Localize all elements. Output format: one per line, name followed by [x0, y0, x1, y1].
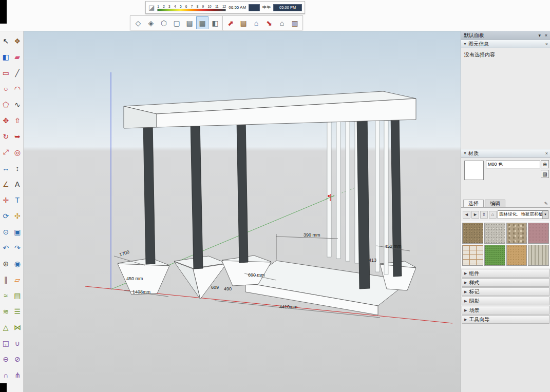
tray-close-icon[interactable]: × — [545, 33, 547, 38]
tool-make-component-icon[interactable]: ❖ — [12, 35, 23, 46]
tool-text-icon[interactable]: A — [12, 179, 23, 189]
section-2-标记[interactable]: ▶标记 — [462, 287, 549, 296]
tool-axes-icon[interactable]: ✛ — [1, 194, 11, 205]
entity-info-header[interactable]: ▼ 图元信息 × — [461, 40, 550, 48]
back-icon[interactable]: ◄ — [463, 211, 470, 219]
tool-from-contours-icon[interactable]: ☰ — [12, 306, 23, 317]
tool-smoove-icon[interactable]: ≈ — [1, 290, 11, 301]
time-slider-track-pm[interactable]: 05:00 PM — [273, 4, 302, 11]
collapse-arrow-icon: ▶ — [464, 318, 467, 322]
entity-info-close-icon[interactable]: × — [545, 42, 548, 47]
tool-3d-text-icon[interactable]: T — [12, 194, 23, 205]
tool-rotate-icon[interactable]: ↻ — [1, 131, 11, 142]
tool-dimension-icon[interactable]: ↕ — [12, 163, 23, 173]
section-3-阴影[interactable]: ▶阴影 — [462, 297, 549, 305]
tab-选择[interactable]: 选择 — [463, 200, 484, 207]
tool-union-icon[interactable]: ∪ — [12, 338, 23, 348]
swatch-grass-green[interactable] — [484, 245, 505, 266]
month-tick: 11 — [215, 5, 219, 8]
tool-eraser-icon[interactable]: ▰ — [12, 51, 23, 62]
section-4-场景[interactable]: ▶场景 — [462, 306, 549, 315]
section-0-组件[interactable]: ▶组件 — [462, 269, 549, 278]
swatch-gravel-brown[interactable] — [462, 223, 483, 244]
tool-offset-icon[interactable]: ◎ — [12, 147, 23, 158]
create-material-icon[interactable]: ⊕ — [541, 160, 549, 168]
in-model-icon[interactable]: ⌂ — [489, 211, 497, 219]
tool-push-pull-icon[interactable]: ⇧ — [12, 115, 23, 126]
tool-follow-me-icon[interactable]: ➥ — [12, 131, 23, 142]
tool-scale-icon[interactable]: ⤢ — [1, 147, 11, 158]
tool-protractor-icon[interactable]: ∠ — [1, 179, 11, 189]
3d-warehouse-icon[interactable]: ⌂ — [250, 16, 262, 29]
date-gradient-bar[interactable] — [157, 9, 226, 11]
wireframe-icon[interactable]: ⬡ — [158, 16, 170, 29]
x-ray-icon[interactable]: ◇ — [132, 16, 144, 29]
tool-drape-icon[interactable]: ≋ — [1, 306, 11, 317]
tool-position-camera-icon[interactable]: ⊕ — [1, 258, 11, 269]
share-model-icon[interactable]: ⬈ — [224, 16, 237, 29]
swatch-brick-light[interactable] — [462, 245, 483, 266]
get-models-icon[interactable]: ⬊ — [263, 16, 275, 29]
category-dropdown[interactable]: 园林绿化、地被层和植被 ▼ — [498, 210, 548, 219]
tool-add-detail-icon[interactable]: △ — [1, 322, 11, 332]
swatch-sand-tan[interactable] — [506, 245, 527, 266]
swatch-pebbles[interactable] — [506, 223, 527, 244]
eyedropper-icon[interactable]: ✎ — [544, 201, 548, 207]
component-browser-icon[interactable]: ▥ — [289, 16, 301, 29]
tool-circle-icon[interactable]: ○ — [1, 83, 11, 94]
tool-section-plane-icon[interactable]: ▱ — [12, 274, 23, 285]
tab-编辑[interactable]: 编辑 — [485, 200, 505, 207]
collapse-arrow-icon: ▶ — [464, 281, 467, 285]
expand-arrow-icon: ▼ — [463, 151, 467, 155]
parent-category-icon[interactable]: ⇧ — [480, 211, 488, 219]
tool-intersect-icon[interactable]: ∩ — [1, 369, 11, 380]
tool-pan-icon[interactable]: ✣ — [12, 210, 23, 221]
shaded-icon[interactable]: ▤ — [183, 16, 196, 29]
section-1-样式[interactable]: ▶样式 — [462, 278, 549, 287]
shadow-toggle-icon[interactable]: ◪ — [148, 4, 155, 11]
monochrome-icon[interactable]: ◧ — [209, 16, 221, 29]
tool-walk-icon[interactable]: ∥ — [1, 274, 11, 285]
hidden-line-icon[interactable]: ▢ — [170, 16, 183, 29]
materials-header[interactable]: ▼ 材质 × — [461, 149, 550, 158]
tool-next-icon[interactable]: ↷ — [12, 242, 23, 253]
extension-warehouse-icon[interactable]: ⌂ — [276, 16, 288, 29]
tool-orbit-icon[interactable]: ⟳ — [1, 210, 11, 221]
tool-rectangle-icon[interactable]: ▭ — [1, 67, 11, 78]
tool-flip-edge-icon[interactable]: ⋈ — [12, 322, 23, 332]
swatch-fence-wood[interactable] — [528, 245, 549, 266]
material-name-input[interactable] — [486, 161, 540, 168]
drawing-canvas[interactable]: 1700450 mm1408mm600 mm6094904410mm390 mm… — [24, 31, 461, 392]
swatch-stone-rose[interactable] — [528, 223, 549, 244]
shaded-with-textures-icon[interactable]: ▦ — [196, 16, 208, 29]
tool-previous-icon[interactable]: ↶ — [1, 242, 11, 253]
tray-menu-icon[interactable]: ▾ — [538, 33, 541, 38]
tool-arc-icon[interactable]: ◠ — [12, 83, 23, 94]
time-slider-track-am[interactable] — [249, 4, 260, 11]
tool-trim-icon[interactable]: ⊘ — [12, 354, 23, 364]
section-5-工具向导[interactable]: ▶工具向导 — [462, 315, 549, 324]
tool-polygon-icon[interactable]: ⬠ — [1, 99, 11, 110]
back-edges-icon[interactable]: ◈ — [145, 16, 157, 29]
tool-move-icon[interactable]: ✥ — [1, 115, 11, 126]
tool-select-icon[interactable]: ↖ — [1, 35, 11, 46]
date-slider[interactable]: 123456789101112 — [157, 4, 226, 11]
tool-zoom-extents-icon[interactable]: ▣ — [12, 226, 23, 237]
tool-tape-measure-icon[interactable]: ↔ — [1, 163, 11, 173]
tool-freehand-icon[interactable]: ∿ — [12, 99, 23, 110]
tool-line-icon[interactable]: ╱ — [12, 67, 23, 78]
month-tick: 1 — [157, 5, 159, 8]
tool-outer-shell-icon[interactable]: ◱ — [1, 338, 11, 348]
share-component-icon[interactable]: ▤ — [237, 16, 250, 29]
tool-paint-bucket-icon[interactable]: ◧ — [1, 51, 11, 62]
tool-split-icon[interactable]: ⋔ — [12, 369, 23, 380]
swatch-gravel-gray[interactable] — [484, 223, 505, 244]
material-preview[interactable] — [464, 161, 484, 180]
tool-look-around-icon[interactable]: ◉ — [12, 258, 23, 269]
tool-zoom-icon[interactable]: ⊙ — [1, 226, 11, 237]
materials-close-icon[interactable]: × — [545, 151, 548, 156]
paint-model-icon[interactable]: ▨ — [541, 170, 549, 178]
forward-icon[interactable]: ► — [471, 211, 479, 219]
tool-subtract-icon[interactable]: ⊖ — [1, 354, 11, 364]
tool-stamp-icon[interactable]: ▤ — [12, 290, 23, 301]
